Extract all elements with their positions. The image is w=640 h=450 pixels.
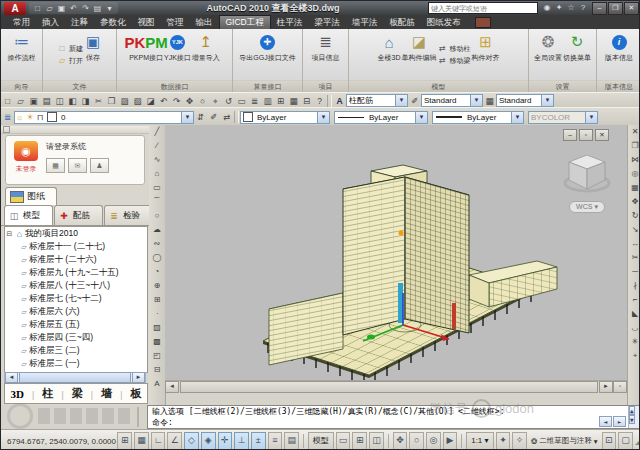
mirror-icon[interactable]: ⋈	[629, 153, 640, 167]
new-icon[interactable]: □	[1, 95, 14, 107]
incremental-import-button[interactable]: ↥ 增量导入	[192, 30, 220, 80]
subscription-icon[interactable]: ✦	[554, 3, 564, 13]
chevron-down-icon[interactable]: ▼	[541, 95, 553, 106]
sheetset-icon[interactable]: ⊞	[274, 95, 287, 107]
palette-grip[interactable]	[1, 126, 149, 134]
undo-icon[interactable]: ↶	[68, 3, 79, 14]
help-search-input[interactable]	[428, 2, 538, 14]
offset-icon[interactable]: ◎	[629, 167, 640, 181]
tab-beam[interactable]: 梁	[69, 386, 86, 401]
table-icon[interactable]: ⊟	[151, 363, 164, 377]
publish-icon[interactable]: ◧	[66, 95, 79, 107]
cut-icon[interactable]: ✂	[92, 95, 105, 107]
fillet-icon[interactable]: ◡	[629, 321, 640, 335]
project-info-button[interactable]: ≣ 项目信息	[312, 30, 340, 80]
tab-sheets[interactable]: 图纸	[5, 187, 57, 205]
close-icon[interactable]: ✕	[624, 2, 639, 15]
dim-style-icon[interactable]: ✐	[408, 95, 421, 107]
trim-icon[interactable]: ✂	[629, 251, 640, 265]
drawing-minimize-icon[interactable]: –	[563, 129, 577, 141]
layer-previous-icon[interactable]: ⇄	[220, 111, 233, 123]
osnap-3d-toggle[interactable]: ◈	[201, 432, 216, 450]
join-icon[interactable]: ⌐	[629, 293, 640, 307]
scroll-right-icon[interactable]: ►	[132, 372, 145, 383]
open-icon[interactable]: ▱	[14, 95, 27, 107]
3ddwf-icon[interactable]: ◨	[79, 95, 92, 107]
tab-model[interactable]: ◫ 模型	[4, 205, 53, 225]
model-space-button[interactable]: 模型	[308, 432, 334, 450]
help-icon[interactable]: ?	[578, 3, 588, 13]
pan-icon[interactable]: ✥	[393, 432, 408, 450]
undo-icon[interactable]: ↶	[157, 95, 170, 107]
tab-wall[interactable]: 墙	[98, 386, 115, 401]
ellipse-arc-icon[interactable]: ◔	[151, 265, 164, 279]
arc-icon[interactable]: ⌒	[151, 195, 164, 209]
tab-output[interactable]: 输出	[190, 15, 219, 29]
tree-item-floor7[interactable]: ▱ 标准层七 (七~十二)	[5, 292, 147, 305]
tab-slab[interactable]: 板	[127, 386, 144, 401]
tree-item-floor11[interactable]: ▱ 标准层十一 (二十七)	[5, 240, 147, 253]
tab-manage[interactable]: 管理	[161, 15, 190, 29]
switch-menu-button[interactable]: ↻ 切换菜单	[563, 30, 591, 80]
spline-icon[interactable]: ∾	[151, 237, 164, 251]
tree-item-floor8[interactable]: ▱ 标准层八 (十三~十八)	[5, 279, 147, 292]
new-file-button[interactable]: □ 新建	[57, 44, 83, 54]
linetype-combo[interactable]: ByLayer ▼	[334, 111, 428, 124]
tab-3d[interactable]: 3D	[8, 388, 27, 400]
dyn-toggle[interactable]: ±	[251, 432, 266, 450]
tree-item-floor9[interactable]: ▱ 标准层九 (十九~二十五)	[5, 266, 147, 279]
construction-line-icon[interactable]: ∕	[151, 139, 164, 153]
color-combo[interactable]: ByLayer ▼	[240, 111, 330, 124]
chamfer-icon[interactable]: ◣	[629, 307, 640, 321]
tool-palettes-icon[interactable]: ▥	[261, 95, 274, 107]
hatch-icon[interactable]: ▨	[151, 321, 164, 335]
properties-icon[interactable]: ▭	[235, 95, 248, 107]
cmd-scroll-right-icon[interactable]: ►	[613, 416, 626, 427]
single-member-edit-button[interactable]: ◪ 单构件编辑	[401, 30, 436, 80]
zoom-previous-icon[interactable]: ↺	[222, 95, 235, 107]
more-icon[interactable]: +	[629, 349, 640, 363]
layer-combo[interactable]: ☼ ☀ ⊓ 0 ▼	[14, 111, 194, 124]
menu-extra-icon[interactable]	[475, 17, 491, 28]
mtext-icon[interactable]: A	[151, 377, 164, 391]
show-motion-icon[interactable]: ▶	[443, 432, 458, 450]
export-ggj-button[interactable]: ✛ 导出GGJ接口文件	[239, 30, 295, 80]
tab-gicd-project[interactable]: GICD工程	[219, 15, 271, 29]
circle-icon[interactable]: ○	[151, 209, 164, 223]
share-grid-icon[interactable]: ▦	[46, 158, 65, 173]
scroll-thumb[interactable]	[19, 372, 131, 383]
tree-item-floor10[interactable]: ▱ 标准层十 (二十六)	[5, 253, 147, 266]
make-block-icon[interactable]: ⊞	[151, 293, 164, 307]
wcs-label[interactable]: WCS ▾	[569, 201, 605, 213]
version-info-button[interactable]: i 版本信息	[605, 30, 633, 80]
lineweight-combo[interactable]: ByLayer ▼	[432, 111, 524, 124]
tab-beam-method[interactable]: 梁平法	[308, 15, 346, 29]
zoom-icon[interactable]: ○	[409, 432, 424, 450]
scroll-down-icon[interactable]: ▼	[629, 415, 635, 424]
tab-parametric[interactable]: 参数化	[94, 15, 132, 29]
viewcube[interactable]: WCS ▾	[561, 149, 613, 213]
tab-wall-method[interactable]: 墙平法	[346, 15, 384, 29]
pkpm-interface-button[interactable]: PKPM PKPM接口	[129, 30, 163, 80]
tree-item-floor6[interactable]: ▱ 标准层六 (六)	[5, 305, 147, 318]
block-editor-icon[interactable]: ◪	[144, 95, 157, 107]
ellipse-icon[interactable]: ◯	[151, 251, 164, 265]
annotation-scale-button[interactable]: 1:1 ▾	[466, 432, 493, 450]
ortho-toggle[interactable]: ∟	[151, 432, 166, 450]
chevron-down-icon[interactable]: ▼	[415, 112, 427, 123]
gradient-icon[interactable]: ▩	[151, 335, 164, 349]
redo-icon[interactable]: ↷	[170, 95, 183, 107]
quick-view-layouts-icon[interactable]: ⊞	[352, 432, 367, 450]
erase-icon[interactable]: ✕	[629, 125, 640, 139]
plot-icon[interactable]: ▤	[40, 95, 53, 107]
command-window-grip[interactable]	[137, 407, 145, 427]
region-icon[interactable]: ◰	[151, 349, 164, 363]
message-icon[interactable]: ✉	[68, 158, 87, 173]
copy-icon[interactable]: ❐	[105, 95, 118, 107]
move-beam-button[interactable]: ⇄ 移动梁	[437, 56, 470, 66]
chevron-down-icon[interactable]: ▼	[395, 95, 407, 106]
match-properties-icon[interactable]: ▧	[131, 95, 144, 107]
save-icon[interactable]: ▣	[56, 3, 67, 14]
plot-icon[interactable]: ▤	[92, 3, 103, 14]
scroll-thumb[interactable]	[180, 381, 598, 393]
